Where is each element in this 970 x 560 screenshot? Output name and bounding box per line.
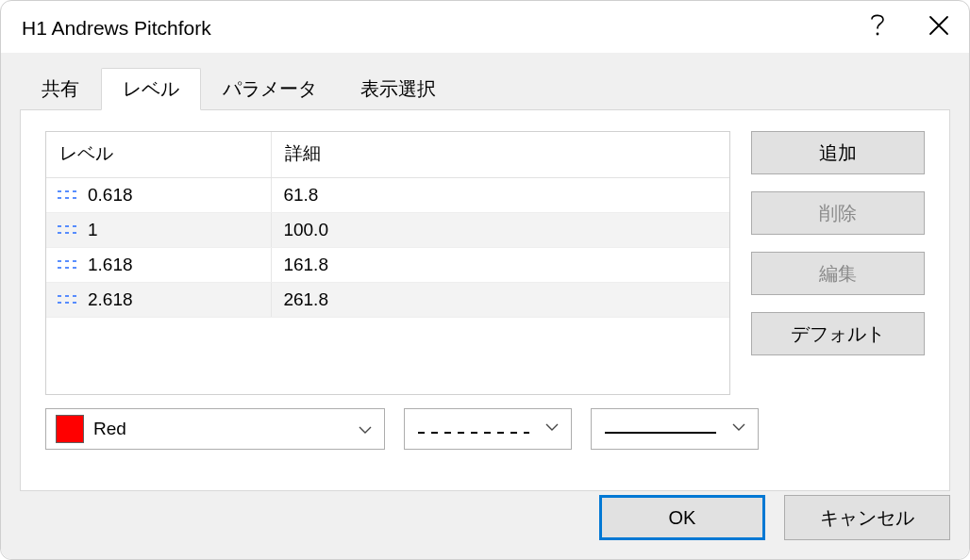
add-button[interactable]: 追加	[751, 131, 925, 174]
titlebar: H1 Andrews Pitchfork	[1, 1, 969, 53]
tabstrip: 共有 レベル パラメータ 表示選択	[20, 70, 950, 109]
level-cell: 1	[58, 220, 259, 240]
levels-table-wrap: レベル 詳細	[45, 131, 730, 395]
line-style-icon	[58, 223, 78, 237]
table-row[interactable]: 0.618 61.8	[46, 178, 729, 213]
level-cell: 1.618	[58, 255, 259, 275]
line-style-icon	[58, 258, 78, 272]
tab-parameters[interactable]: パラメータ	[201, 68, 339, 109]
tab-display[interactable]: 表示選択	[339, 68, 458, 109]
tabpanel-levels: レベル 詳細	[20, 109, 950, 491]
column-header-detail[interactable]: 詳細	[272, 132, 729, 178]
edit-button[interactable]: 編集	[751, 252, 925, 295]
levels-table[interactable]: レベル 詳細	[46, 132, 729, 318]
delete-button[interactable]: 削除	[751, 191, 925, 235]
window-title: H1 Andrews Pitchfork	[22, 17, 211, 40]
bottom-selectors: Red	[45, 408, 925, 450]
level-cell: 2.618	[58, 289, 259, 310]
side-buttons: 追加 削除 編集 デフォルト	[751, 131, 925, 395]
help-button[interactable]	[869, 11, 886, 44]
svg-point-0	[877, 33, 879, 36]
color-label: Red	[93, 419, 126, 439]
levels-row: レベル 詳細	[45, 131, 925, 395]
table-row[interactable]: 1 100.0	[46, 213, 729, 248]
cancel-button[interactable]: キャンセル	[784, 495, 950, 540]
color-swatch	[56, 415, 84, 443]
line-width-combobox[interactable]	[591, 408, 759, 450]
tab-share[interactable]: 共有	[20, 68, 101, 109]
level-value: 0.618	[88, 185, 133, 206]
line-style-icon	[58, 189, 78, 202]
tab-levels[interactable]: レベル	[101, 68, 201, 110]
detail-value: 61.8	[272, 178, 729, 213]
dialog-body: 共有 レベル パラメータ 表示選択 レベル 詳細	[1, 53, 969, 559]
level-cell: 0.618	[58, 185, 259, 206]
level-value: 2.618	[88, 289, 133, 310]
level-value: 1.618	[88, 255, 133, 275]
level-value: 1	[88, 220, 98, 240]
close-button[interactable]	[928, 14, 950, 41]
line-width-preview	[605, 419, 720, 439]
line-style-combobox[interactable]	[404, 408, 572, 450]
column-header-level[interactable]: レベル	[46, 132, 272, 178]
chevron-down-icon	[731, 419, 746, 439]
table-row[interactable]: 2.618 261.8	[46, 283, 729, 318]
line-style-icon	[58, 293, 78, 306]
detail-value: 161.8	[272, 248, 729, 283]
chevron-down-icon	[544, 419, 560, 439]
dialog-window: H1 Andrews Pitchfork 共有 レベル パラメータ 表示選択	[0, 0, 970, 560]
title-controls	[869, 11, 950, 44]
detail-value: 100.0	[272, 213, 729, 248]
color-combobox[interactable]: Red	[45, 408, 385, 450]
line-style-preview	[418, 419, 533, 439]
table-row[interactable]: 1.618 161.8	[46, 248, 729, 283]
table-header-row: レベル 詳細	[46, 132, 729, 178]
chevron-down-icon	[358, 421, 373, 436]
ok-button[interactable]: OK	[599, 495, 765, 540]
dialog-button-row: OK キャンセル	[20, 491, 950, 540]
detail-value: 261.8	[272, 283, 729, 318]
default-button[interactable]: デフォルト	[751, 312, 925, 355]
